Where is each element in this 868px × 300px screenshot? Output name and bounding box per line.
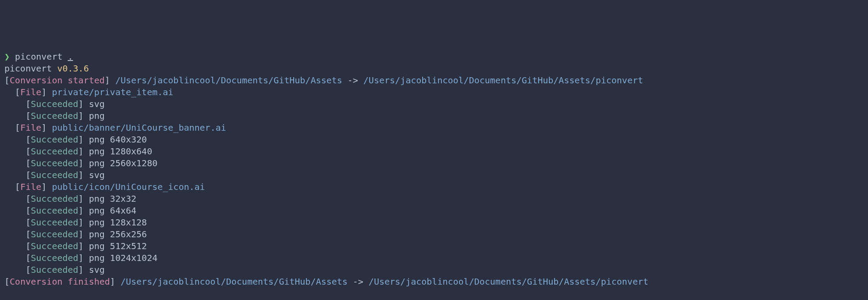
conversion-finished-label: Conversion finished: [10, 276, 110, 287]
succeeded-label: Succeeded: [31, 193, 78, 204]
succeeded-label: Succeeded: [31, 217, 78, 228]
succeeded-label: Succeeded: [31, 146, 78, 157]
succeeded-label: Succeeded: [31, 111, 78, 121]
terminal-line: [Succeeded] png: [4, 110, 864, 122]
output-format: png 1280x640: [89, 146, 153, 157]
terminal-line: [Succeeded] png 2560x1280: [4, 157, 864, 169]
source-path: /Users/jacoblincool/Documents/GitHub/Ass…: [121, 276, 348, 287]
terminal-line: [Succeeded] svg: [4, 264, 864, 276]
command-arg: .: [68, 51, 73, 62]
succeeded-label: Succeeded: [31, 205, 78, 216]
terminal-line: [Succeeded] svg: [4, 98, 864, 110]
arrow-icon: ->: [342, 75, 363, 86]
output-format: png 128x128: [89, 217, 147, 228]
succeeded-label: Succeeded: [31, 264, 78, 275]
output-format: svg: [89, 170, 105, 180]
succeeded-label: Succeeded: [31, 241, 78, 251]
terminal-line: [File] public/banner/UniCourse_banner.ai: [4, 122, 864, 134]
source-path: /Users/jacoblincool/Documents/GitHub/Ass…: [115, 75, 342, 86]
file-path: private/private_item.ai: [52, 87, 173, 97]
terminal-line: [Conversion finished] /Users/jacoblincoo…: [4, 276, 864, 288]
terminal-line: [File] public/icon/UniCourse_icon.ai: [4, 181, 864, 193]
terminal-line: [Succeeded] png 640x320: [4, 134, 864, 146]
succeeded-label: Succeeded: [31, 134, 78, 145]
arrow-icon: ->: [348, 276, 369, 287]
terminal-line: [Succeeded] png 128x128: [4, 217, 864, 229]
output-format: png: [89, 111, 105, 121]
file-label: File: [20, 182, 41, 192]
terminal-line: ❯ piconvert .: [4, 51, 864, 63]
terminal-line: [Succeeded] svg: [4, 169, 864, 181]
terminal-line: [Succeeded] png 64x64: [4, 205, 864, 217]
output-format: png 256x256: [89, 229, 147, 239]
terminal-line: [Succeeded] png 256x256: [4, 229, 864, 240]
output-format: svg: [89, 99, 105, 109]
terminal-line: [Conversion started] /Users/jacoblincool…: [4, 75, 864, 86]
destination-path: /Users/jacoblincool/Documents/GitHub/Ass…: [363, 75, 643, 86]
program-version: v0.3.6: [57, 63, 89, 74]
conversion-started-label: Conversion started: [10, 75, 105, 86]
terminal-line: [Succeeded] png 512x512: [4, 240, 864, 252]
output-format: png 1024x1024: [89, 253, 158, 263]
terminal-output: ❯ piconvert .piconvert v0.3.6[Conversion…: [4, 51, 864, 288]
prompt-symbol: ❯: [4, 51, 10, 62]
file-path: public/icon/UniCourse_icon.ai: [52, 182, 205, 192]
output-format: png 512x512: [89, 241, 147, 251]
file-path: public/banner/UniCourse_banner.ai: [52, 122, 226, 133]
terminal-line: piconvert v0.3.6: [4, 63, 864, 75]
succeeded-label: Succeeded: [31, 229, 78, 239]
terminal-line: [Succeeded] png 1024x1024: [4, 252, 864, 264]
succeeded-label: Succeeded: [31, 158, 78, 168]
output-format: png 2560x1280: [89, 158, 158, 168]
file-label: File: [20, 122, 41, 133]
terminal-line: [Succeeded] png 1280x640: [4, 146, 864, 157]
destination-path: /Users/jacoblincool/Documents/GitHub/Ass…: [369, 276, 648, 287]
output-format: png 64x64: [89, 205, 136, 216]
terminal-line: [File] private/private_item.ai: [4, 86, 864, 98]
succeeded-label: Succeeded: [31, 170, 78, 180]
file-label: File: [20, 87, 41, 97]
program-name: piconvert: [4, 63, 57, 74]
terminal-line: [Succeeded] png 32x32: [4, 193, 864, 205]
output-format: png 640x320: [89, 134, 147, 145]
command-name: piconvert: [10, 51, 68, 62]
succeeded-label: Succeeded: [31, 99, 78, 109]
succeeded-label: Succeeded: [31, 253, 78, 263]
output-format: png 32x32: [89, 193, 136, 204]
output-format: svg: [89, 264, 105, 275]
